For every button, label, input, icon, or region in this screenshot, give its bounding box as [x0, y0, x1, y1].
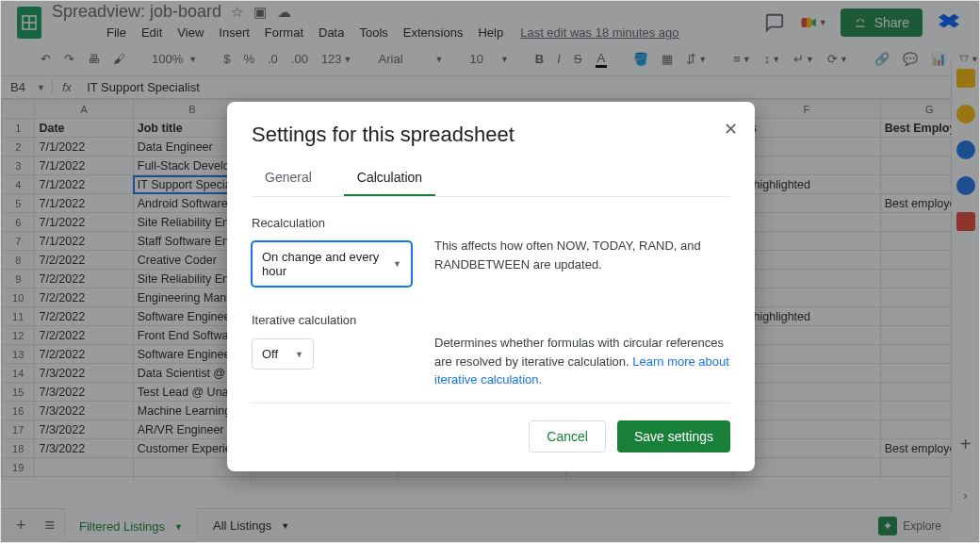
iterative-setting: Iterative calculation Off ▼ Determines w… — [252, 313, 730, 389]
save-settings-button[interactable]: Save settings — [617, 420, 730, 452]
iterative-label: Iterative calculation — [252, 313, 412, 327]
cancel-button[interactable]: Cancel — [529, 420, 606, 452]
recalculation-select[interactable]: On change and every hour ▼ — [252, 241, 412, 287]
chevron-down-icon: ▼ — [295, 350, 303, 359]
dialog-actions: Cancel Save settings — [252, 420, 730, 452]
recalculation-setting: Recalculation On change and every hour ▼… — [252, 216, 730, 287]
app-window: Spreadview: job-board ☆ ▣ ☁ File Edit Vi… — [0, 0, 980, 543]
recalculation-label: Recalculation — [252, 216, 412, 230]
chevron-down-icon: ▼ — [393, 259, 401, 269]
close-icon[interactable]: ✕ — [724, 119, 738, 140]
iterative-help: Determines whether formulas with circula… — [434, 313, 730, 389]
dialog-title: Settings for this spreadsheet — [252, 123, 730, 147]
dialog-divider — [252, 403, 730, 403]
recalculation-help: This affects how often NOW, TODAY, RAND,… — [434, 216, 730, 273]
iterative-select[interactable]: Off ▼ — [252, 338, 314, 370]
tab-general[interactable]: General — [252, 164, 325, 196]
tab-calculation[interactable]: Calculation — [344, 164, 435, 196]
dialog-tabs: General Calculation — [252, 164, 730, 197]
settings-dialog: ✕ Settings for this spreadsheet General … — [227, 102, 755, 471]
